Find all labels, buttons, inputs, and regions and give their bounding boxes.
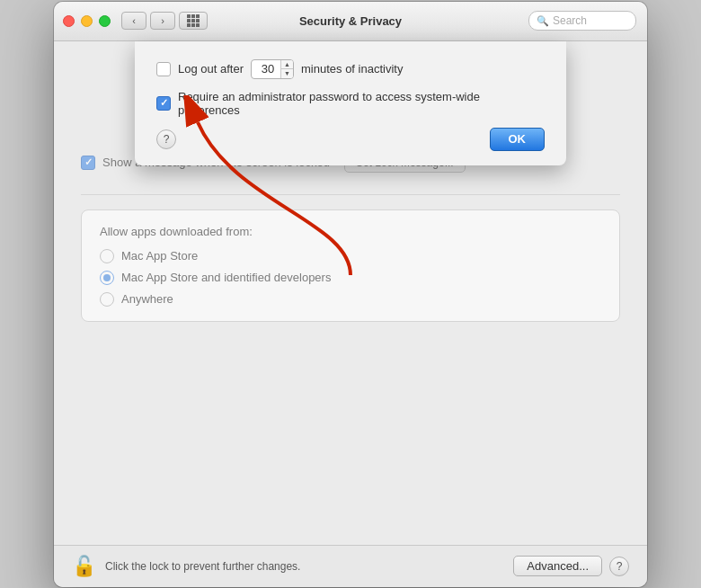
close-button[interactable] [63,15,75,27]
radio-anywhere-button[interactable] [100,292,114,307]
radio-identified-developers[interactable]: Mac App Store and identified developers [100,271,601,285]
lock-message-checkbox[interactable] [81,156,95,170]
ok-button[interactable]: OK [490,128,546,151]
sheet-buttons: ? OK [156,128,545,151]
minutes-value: 30 [252,62,280,76]
search-icon: 🔍 [537,15,549,27]
radio-mac-app-store-label: Mac App Store [121,249,198,263]
radio-mac-app-store[interactable]: Mac App Store [100,249,601,263]
main-window: ‹ › Security & Privacy 🔍 Search Log out … [54,2,647,587]
inactivity-label: minutes of inactivity [301,62,403,76]
radio-identified-developers-label: Mac App Store and identified developers [121,271,331,284]
lock-status-text: Click the lock to prevent further change… [105,560,300,573]
window-title: Security & Privacy [299,14,402,28]
radio-group: Mac App Store Mac App Store and identifi… [100,249,601,307]
maximize-button[interactable] [99,15,111,27]
bottom-help-button[interactable]: ? [609,557,629,576]
title-bar: ‹ › Security & Privacy 🔍 Search [54,2,647,41]
forward-button[interactable]: › [150,12,175,30]
bottom-bar: 🔓 Click the lock to prevent further chan… [54,545,647,587]
allow-apps-section: Allow apps downloaded from: Mac App Stor… [81,209,620,322]
minimize-button[interactable] [81,15,93,27]
spin-down-button[interactable]: ▼ [281,69,293,78]
require-password-row: Require an administrator password to acc… [156,90,545,117]
search-placeholder: Search [553,14,587,27]
search-bar[interactable]: 🔍 Search [528,11,636,31]
minutes-input[interactable]: 30 ▲ ▼ [251,59,294,79]
grid-button[interactable] [179,12,208,30]
require-password-checkbox[interactable] [156,96,171,111]
spin-up-button[interactable]: ▲ [281,60,293,70]
radio-anywhere-label: Anywhere [121,292,173,306]
grid-icon [187,14,200,27]
radio-mac-app-store-button[interactable] [100,249,114,263]
back-button[interactable]: ‹ [121,12,146,30]
sheet-dialog: Log out after 30 ▲ ▼ minutes of inactivi… [135,41,566,165]
bottom-right: Advanced... ? [513,556,629,576]
sheet-help-button[interactable]: ? [156,129,176,149]
logout-checkbox[interactable] [156,62,171,76]
bottom-left: 🔓 Click the lock to prevent further chan… [72,555,300,578]
logout-label: Log out after [178,62,244,76]
require-password-label: Require an administrator password to acc… [178,90,545,117]
radio-identified-developers-button[interactable] [100,271,114,285]
main-content: Log out after 30 ▲ ▼ minutes of inactivi… [54,41,647,545]
advanced-button[interactable]: Advanced... [513,556,602,576]
lock-icon[interactable]: 🔓 [72,555,96,578]
traffic-lights [63,15,111,27]
logout-row: Log out after 30 ▲ ▼ minutes of inactivi… [156,59,545,79]
allow-apps-title: Allow apps downloaded from: [100,225,601,238]
minutes-spinners: ▲ ▼ [280,60,293,78]
divider [81,194,620,195]
radio-anywhere[interactable]: Anywhere [100,292,601,307]
nav-buttons: ‹ › [121,12,175,30]
